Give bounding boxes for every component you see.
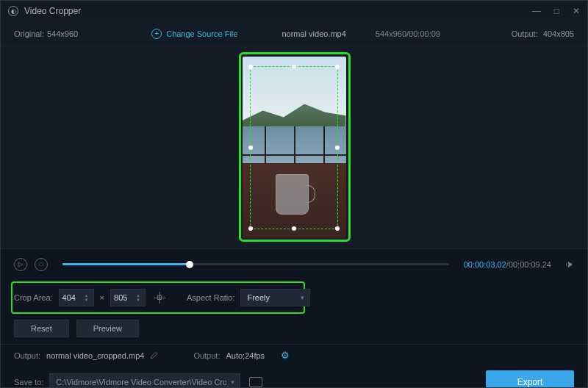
play-button[interactable]: ▷: [14, 258, 27, 271]
output-file-label: Output:: [14, 351, 40, 360]
info-bar: Original: 544x960 + Change Source File n…: [1, 21, 587, 46]
volume-icon[interactable]: 🕩: [564, 259, 574, 270]
crop-height-input[interactable]: 805 ▲▼: [110, 289, 146, 306]
original-label: Original:: [14, 29, 44, 38]
output-settings-row: Output: normal video_cropped.mp4 Output:…: [1, 344, 587, 366]
output-format-value: Auto;24fps: [226, 351, 265, 360]
aspect-ratio-select[interactable]: Freely: [240, 289, 310, 306]
timeline-progress: [62, 263, 190, 265]
crop-settings-row: Crop Area: 404 ▲▼ × 805 ▲▼ Aspect Ratio:…: [1, 279, 587, 316]
video-preview[interactable]: [243, 57, 346, 238]
save-to-label: Save to:: [14, 378, 43, 387]
preview-area: [1, 46, 587, 248]
open-folder-icon[interactable]: [249, 377, 262, 387]
timeline-playhead[interactable]: [186, 261, 193, 268]
height-spinner[interactable]: ▲▼: [136, 290, 143, 305]
crop-handle-r[interactable]: [335, 146, 340, 150]
plus-icon: +: [151, 29, 162, 39]
center-crop-button[interactable]: [151, 290, 168, 306]
aspect-ratio-label: Aspect Ratio:: [187, 293, 234, 302]
app-logo-icon: ◐: [8, 6, 18, 16]
export-button[interactable]: Export: [486, 370, 574, 388]
window-title: Video Cropper: [24, 6, 81, 16]
save-path-select[interactable]: C:\Vidmore\Vidmore Video Converter\Video…: [49, 373, 240, 388]
crop-handle-tl[interactable]: [248, 65, 253, 69]
crop-width-input[interactable]: 404 ▲▼: [59, 289, 94, 306]
crop-handle-l[interactable]: [248, 146, 253, 150]
output-settings-icon[interactable]: ⚙: [281, 350, 290, 361]
crop-handle-bl[interactable]: [248, 226, 253, 231]
crop-handle-b[interactable]: [292, 226, 296, 231]
stop-button[interactable]: □: [35, 258, 48, 271]
current-time: 00:00:03.02: [464, 260, 506, 269]
preview-button[interactable]: Preview: [76, 320, 139, 337]
titlebar: ◐ Video Cropper — □ ✕: [1, 1, 587, 21]
action-buttons-row: Reset Preview: [1, 316, 587, 341]
source-info: 544x960/00:00:09: [376, 29, 440, 38]
output-filename: normal video_cropped.mp4: [46, 351, 144, 360]
change-source-button[interactable]: + Change Source File: [151, 29, 237, 39]
crop-area-label: Crop Area:: [14, 293, 53, 302]
crop-handle-br[interactable]: [335, 226, 340, 231]
edit-filename-icon[interactable]: [150, 351, 158, 359]
original-dims: 544x960: [47, 29, 78, 38]
change-source-label: Change Source File: [166, 29, 237, 38]
close-button[interactable]: ✕: [573, 6, 580, 16]
reset-button[interactable]: Reset: [14, 320, 69, 337]
crop-handle-t[interactable]: [292, 65, 296, 69]
time-display: 00:00:03.02/00:00:09.24: [464, 260, 551, 269]
timeline-slider[interactable]: [62, 263, 449, 265]
source-filename: normal video.mp4: [282, 29, 345, 38]
output-format-label: Output:: [193, 351, 220, 360]
output-label: Output: 404x805: [512, 29, 574, 38]
crop-handle-tr[interactable]: [335, 65, 340, 69]
playback-controls: ▷ □ 00:00:03.02/00:00:09.24 🕩: [1, 248, 587, 279]
multiply-icon: ×: [100, 293, 104, 302]
maximize-button[interactable]: □: [554, 6, 559, 16]
total-time: 00:00:09.24: [509, 260, 551, 269]
window-controls: — □ ✕: [532, 6, 580, 16]
crop-selection[interactable]: [250, 66, 338, 229]
minimize-button[interactable]: —: [532, 6, 541, 16]
save-row: Save to: C:\Vidmore\Vidmore Video Conver…: [1, 366, 587, 388]
width-spinner[interactable]: ▲▼: [85, 290, 92, 305]
